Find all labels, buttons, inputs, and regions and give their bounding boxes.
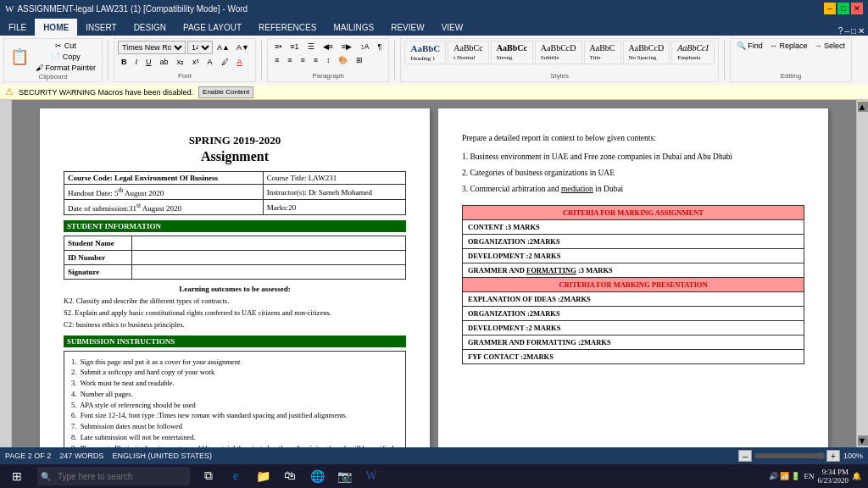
style-title[interactable]: AaBbCTitle	[584, 41, 621, 64]
tab-home[interactable]: HOME	[35, 19, 77, 36]
style-emphasis[interactable]: AaBbCcIEmphasis	[671, 41, 715, 64]
increase-indent-button[interactable]: ≡▶	[338, 41, 355, 53]
text-highlight-button[interactable]: 🖊	[218, 56, 232, 68]
bullets-button[interactable]: ≡•	[271, 41, 285, 53]
marking-org-2: ORGANIZATION :2MARKS	[463, 306, 804, 320]
tab-insert[interactable]: INSERT	[77, 19, 125, 36]
shrink-font-button[interactable]: A▼	[234, 42, 252, 53]
status-bar: PAGE 2 OF 2 247 WORDS ENGLISH (UNITED ST…	[0, 447, 868, 464]
task-view-icon[interactable]: ⧉	[197, 464, 220, 488]
info-table: Course Code: Legal Environment Of Busine…	[64, 171, 406, 215]
date-display: 6/23/2020	[817, 476, 849, 485]
style-strong[interactable]: AaBbCcStrong	[491, 41, 533, 64]
start-button[interactable]: ⊞	[0, 464, 34, 488]
paste-button[interactable]: 📋	[8, 47, 31, 67]
scrollbar-up-arrow[interactable]: ▲	[858, 102, 868, 112]
marking-presentation-header: CRITERIA FOR MARKING PRESENTATION	[463, 277, 804, 291]
tab-mailings[interactable]: MAILINGS	[325, 19, 382, 36]
photos-icon[interactable]: 📷	[332, 464, 356, 488]
align-right-button[interactable]: ≡	[297, 54, 308, 66]
align-left-button[interactable]: ≡	[271, 54, 282, 66]
style-normal[interactable]: AaBbCct Normal	[448, 41, 488, 64]
multilevel-button[interactable]: ☰	[304, 41, 318, 53]
separator-1	[108, 40, 108, 80]
zoom-in-button[interactable]: +	[826, 450, 840, 462]
vertical-scrollbar[interactable]: ▲ ▼	[856, 100, 868, 447]
strikethrough-button[interactable]: ab	[157, 56, 172, 68]
window-controls: – □ ✕	[824, 3, 863, 14]
maximize-button[interactable]: □	[837, 3, 849, 14]
paragraph-controls: ≡• ≡1 ☰ ◀≡ ≡▶ ↕A ¶ ≡ ≡ ≡ ≡ ↕ 🎨 ⊞	[271, 41, 386, 66]
learning-outcome-2: S2. Explain and apply basic constitution…	[64, 308, 406, 319]
word-taskbar-icon[interactable]: W	[359, 464, 383, 488]
find-button[interactable]: 🔍 Find	[734, 41, 765, 51]
style-heading1[interactable]: AaBbCHeading 1	[404, 41, 446, 64]
format-painter-button[interactable]: 🖌 Format Painter	[33, 63, 98, 73]
select-button[interactable]: → Select	[811, 41, 848, 51]
tab-references[interactable]: REFERENCES	[250, 19, 325, 36]
taskbar-search-box[interactable]: 🔍	[37, 467, 190, 485]
tab-page-layout[interactable]: PAGE LAYOUT	[175, 19, 250, 36]
line-spacing-button[interactable]: ↕	[323, 54, 334, 66]
taskbar-time: 9:34 PM 6/23/2020	[817, 468, 849, 485]
scrollbar-down-arrow[interactable]: ▼	[858, 435, 868, 446]
submission-item-1: 1. Sign this page and put it as a cover …	[71, 357, 398, 368]
italic-button[interactable]: I	[132, 56, 142, 68]
style-subtitle[interactable]: AaBbCcDSubtitle	[535, 41, 582, 64]
security-icon: ⚠	[5, 86, 14, 97]
numbering-button[interactable]: ≡1	[287, 41, 302, 53]
store-icon[interactable]: 🛍	[278, 464, 302, 488]
learning-title: Learning outcomes to be assessed:	[64, 285, 406, 293]
copy-button[interactable]: 📄 Copy	[33, 52, 98, 62]
decrease-indent-button[interactable]: ◀≡	[320, 41, 337, 53]
grow-font-button[interactable]: A▲	[214, 42, 232, 53]
align-center-button[interactable]: ≡	[284, 54, 295, 66]
sort-button[interactable]: ↕A	[357, 41, 373, 53]
notification-icon[interactable]: 🔔	[852, 472, 861, 480]
close-button[interactable]: ✕	[851, 3, 863, 14]
submission-item-8: 8. Late submission will not be entertain…	[71, 432, 398, 443]
ribbon-restore-button[interactable]: □	[851, 26, 856, 36]
taskbar-search-input[interactable]	[54, 472, 173, 481]
learning-outcome-1: K2. Classify and describe the different …	[64, 297, 406, 307]
ribbon-minimize-button[interactable]: –	[844, 26, 849, 36]
search-icon: 🔍	[37, 472, 54, 481]
justify-button[interactable]: ≡	[310, 54, 321, 66]
cut-button[interactable]: ✂ Cut	[33, 41, 98, 51]
zoom-controls: – + 100%	[738, 450, 863, 462]
subscript-button[interactable]: x₂	[174, 56, 188, 68]
spring-title: SPRING 2019-2020	[64, 134, 406, 147]
submission-item-5: 5. APA style of referencing should be us…	[71, 400, 398, 411]
signature-value[interactable]	[132, 265, 406, 280]
shading-button[interactable]: 🎨	[335, 54, 351, 66]
font-size-select[interactable]: 14	[187, 41, 213, 54]
zoom-out-button[interactable]: –	[738, 450, 752, 462]
student-name-value[interactable]	[132, 236, 406, 251]
bold-button[interactable]: B	[118, 56, 131, 68]
chrome-icon[interactable]: 🌐	[305, 464, 329, 488]
show-marks-button[interactable]: ¶	[375, 41, 386, 53]
id-number-value[interactable]	[132, 251, 406, 265]
replace-button[interactable]: ↔ Replace	[767, 41, 810, 51]
style-no-spacing[interactable]: AaBbCcDNo Spacing	[623, 41, 670, 64]
ribbon-close-button[interactable]: ✕	[858, 26, 865, 36]
enable-content-button[interactable]: Enable Content	[198, 86, 253, 98]
marking-development: DEVELOPMENT :2 MARKS	[463, 248, 804, 263]
edge-icon[interactable]: e	[224, 464, 248, 488]
font-color-button[interactable]: A	[234, 56, 246, 68]
superscript-button[interactable]: x²	[189, 56, 203, 68]
minimize-button[interactable]: –	[824, 3, 836, 14]
borders-button[interactable]: ⊞	[353, 54, 366, 66]
tab-design[interactable]: DESIGN	[125, 19, 175, 36]
marking-grammar-2: GRAMMER AND FORMATTING :2MARKS	[463, 335, 804, 349]
tab-review[interactable]: REVIEW	[382, 19, 432, 36]
underline-button[interactable]: U	[142, 56, 155, 68]
tab-view[interactable]: VIEW	[433, 19, 472, 36]
font-family-select[interactable]: Times New Ro	[118, 41, 186, 54]
ribbon-help-button[interactable]: ?	[838, 26, 843, 36]
text-effects-button[interactable]: A	[204, 56, 216, 68]
tab-file[interactable]: FILE	[0, 19, 35, 36]
p2-item-2: 2. Categories of business organizations …	[462, 167, 804, 180]
document-scroll[interactable]: SPRING 2019-2020 Assignment Course Code:…	[12, 100, 856, 447]
file-explorer-icon[interactable]: 📁	[251, 464, 275, 488]
